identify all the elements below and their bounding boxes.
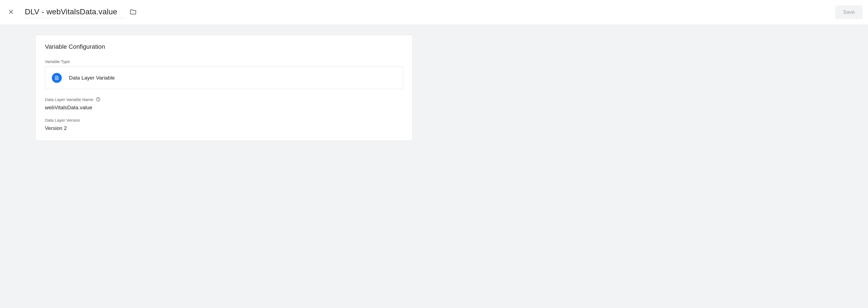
- help-icon[interactable]: [96, 97, 100, 102]
- dlv-version-label: Data Layer Version: [45, 118, 403, 123]
- dlv-name-label-text: Data Layer Variable Name: [45, 97, 93, 102]
- variable-type-selector[interactable]: Data Layer Variable: [45, 67, 403, 89]
- folder-button[interactable]: [128, 7, 138, 18]
- close-button[interactable]: [5, 6, 17, 18]
- close-icon: [8, 8, 14, 16]
- folder-icon: [129, 8, 137, 16]
- editor-header: Save: [0, 0, 868, 25]
- title-wrapper: [24, 6, 138, 18]
- dlv-version-value: Version 2: [45, 125, 403, 131]
- data-layer-variable-icon: [52, 73, 62, 83]
- dlv-name-value: webVitalsData.value: [45, 105, 403, 111]
- card-title: Variable Configuration: [45, 43, 403, 50]
- variable-name-input[interactable]: [24, 6, 124, 18]
- content-area: Variable Configuration Variable Type Dat…: [0, 25, 868, 308]
- variable-type-label: Variable Type: [45, 59, 403, 64]
- variable-configuration-card: Variable Configuration Variable Type Dat…: [35, 35, 413, 141]
- dlv-name-label: Data Layer Variable Name: [45, 97, 403, 102]
- save-button[interactable]: Save: [836, 5, 863, 19]
- variable-type-name: Data Layer Variable: [69, 75, 115, 81]
